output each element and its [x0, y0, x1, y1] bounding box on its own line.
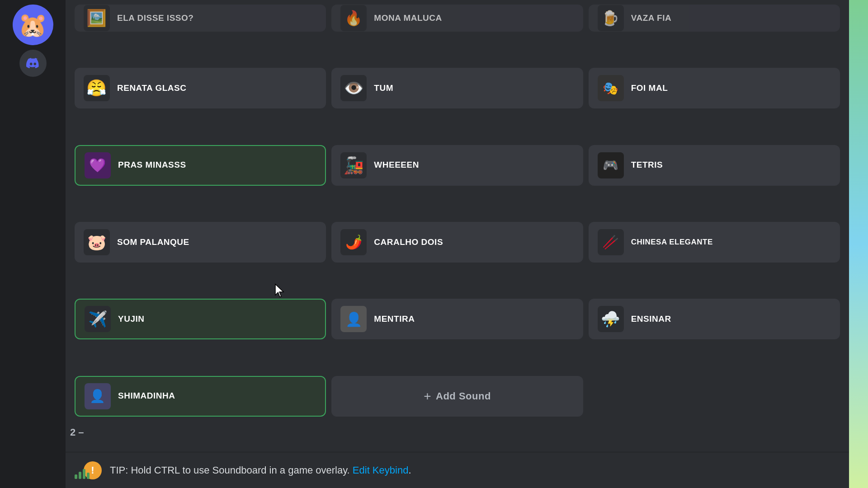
sound-btn-tetris[interactable]: 🎮 TETRIS — [589, 145, 840, 186]
empty-slot — [589, 376, 840, 417]
label-ensinar: Ensinar — [631, 314, 671, 324]
label-ela-disse-isso: ela disse isso? — [117, 13, 193, 23]
label-yujin: YUJIN — [118, 314, 144, 324]
thumb-chinesa-elegante: 🥢 — [598, 229, 624, 255]
tip-suffix: . — [408, 465, 411, 476]
main-content: 2 – 🖼️ ela disse isso? 🔥 MONA MALUCA 🍺 V… — [66, 0, 849, 488]
tip-text: TIP: Hold CTRL to use Soundboard in a ga… — [110, 465, 411, 476]
label-foi-mal: FOI MAL — [631, 83, 668, 94]
sound-btn-shimadinha[interactable]: 👤 Shimadinha — [75, 376, 326, 417]
vol-bar-4 — [87, 473, 90, 479]
volume-bars — [75, 469, 90, 479]
sound-btn-foi-mal[interactable]: 🎭 FOI MAL — [589, 68, 840, 108]
sound-btn-ensinar[interactable]: ⛈️ Ensinar — [589, 299, 840, 339]
sound-btn-chinesa-elegante[interactable]: 🥢 CHINESA ELEGANTE — [589, 222, 840, 263]
sound-btn-mona-maluca[interactable]: 🔥 MONA MALUCA — [331, 5, 583, 32]
tip-bar: ! TIP: Hold CTRL to use Soundboard in a … — [66, 452, 849, 488]
label-shimadinha: Shimadinha — [118, 391, 175, 401]
tip-main-text: TIP: Hold CTRL to use Soundboard in a ga… — [110, 465, 350, 476]
add-sound-label: Add Sound — [436, 390, 491, 402]
channel-indicator: 2 – — [70, 427, 84, 438]
thumb-som-palanque: 🐷 — [84, 229, 110, 255]
sound-btn-pras-minasss[interactable]: 💜 PRAS MINASSS — [75, 145, 326, 186]
right-edge-decoration — [849, 0, 868, 488]
plus-icon: + — [424, 389, 431, 404]
thumb-foi-mal: 🎭 — [598, 75, 624, 101]
thumb-mona-maluca: 🔥 — [340, 5, 367, 31]
thumb-tetris: 🎮 — [598, 152, 624, 178]
thumb-renata-glasc: 😤 — [84, 75, 110, 101]
hamster-icon: 🐹 — [18, 11, 47, 39]
sound-btn-yujin[interactable]: ✈️ YUJIN — [75, 299, 326, 339]
label-vaza-fia: VAZA FIA — [631, 13, 672, 23]
thumb-mentira: 👤 — [340, 306, 367, 332]
vol-bar-2 — [79, 472, 81, 479]
vol-bar-1 — [75, 474, 77, 479]
thumb-shimadinha: 👤 — [85, 383, 111, 409]
thumb-ela-disse-isso: 🖼️ — [84, 5, 110, 31]
sound-btn-renata-glasc[interactable]: 😤 RENATA GLASC — [75, 68, 326, 108]
edit-keybind-link[interactable]: Edit Keybind — [353, 465, 409, 476]
avatar[interactable]: 🐹 — [13, 5, 53, 45]
sound-btn-som-palanque[interactable]: 🐷 SOM PALANQUE — [75, 222, 326, 263]
label-wheeeen: WHEEEEN — [374, 160, 419, 170]
sound-btn-wheeeen[interactable]: 🚂 WHEEEEN — [331, 145, 583, 186]
discord-icon[interactable] — [19, 50, 47, 77]
sound-btn-caralho-dois[interactable]: 🌶️ CARALHO DOIS — [331, 222, 583, 263]
discord-logo-icon — [25, 55, 41, 71]
label-mentira: MENTIRA — [374, 314, 415, 324]
thumb-pras-minasss: 💜 — [85, 152, 111, 178]
label-caralho-dois: CARALHO DOIS — [374, 237, 443, 248]
sound-btn-vaza-fia[interactable]: 🍺 VAZA FIA — [589, 5, 840, 32]
add-sound-button[interactable]: + Add Sound — [331, 376, 583, 417]
label-som-palanque: SOM PALANQUE — [117, 237, 189, 248]
sidebar: 🐹 — [0, 0, 66, 488]
sound-btn-ela-disse-isso[interactable]: 🖼️ ela disse isso? — [75, 5, 326, 32]
thumb-ensinar: ⛈️ — [598, 306, 624, 332]
sound-btn-mentira[interactable]: 👤 MENTIRA — [331, 299, 583, 339]
thumb-wheeeen: 🚂 — [340, 152, 367, 178]
thumb-caralho-dois: 🌶️ — [340, 229, 367, 255]
sound-btn-tum[interactable]: 👁️ Tum — [331, 68, 583, 108]
label-renata-glasc: RENATA GLASC — [117, 83, 186, 94]
label-chinesa-elegante: CHINESA ELEGANTE — [631, 238, 713, 247]
label-mona-maluca: MONA MALUCA — [374, 13, 442, 23]
vol-bar-3 — [83, 469, 85, 479]
label-pras-minasss: PRAS MINASSS — [118, 160, 186, 170]
label-tetris: TETRIS — [631, 160, 663, 170]
sound-grid: 🖼️ ela disse isso? 🔥 MONA MALUCA 🍺 VAZA … — [66, 0, 849, 452]
label-tum: Tum — [374, 83, 393, 94]
thumb-vaza-fia: 🍺 — [598, 5, 624, 31]
thumb-tum: 👁️ — [340, 75, 367, 101]
thumb-yujin: ✈️ — [85, 306, 111, 332]
